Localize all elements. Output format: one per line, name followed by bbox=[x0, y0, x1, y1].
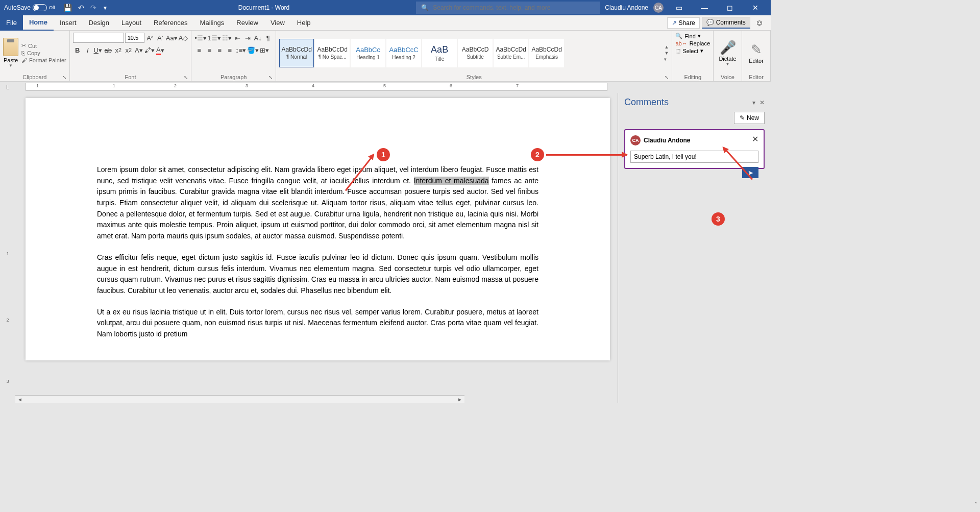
comments-options-icon[interactable]: ▾ bbox=[752, 99, 755, 106]
tab-design[interactable]: Design bbox=[83, 15, 115, 31]
style-item-heading-2[interactable]: AaBbCcCHeading 2 bbox=[386, 39, 421, 67]
autosave-toggle[interactable]: AutoSave Off bbox=[0, 4, 59, 11]
horizontal-scrollbar[interactable]: ◄► bbox=[15, 395, 464, 403]
tab-insert[interactable]: Insert bbox=[54, 15, 83, 31]
comment-delete-icon[interactable]: ✕ bbox=[752, 134, 758, 144]
style-item-title[interactable]: AaBTitle bbox=[422, 39, 457, 67]
format-painter-button[interactable]: 🖌Format Painter bbox=[21, 57, 66, 63]
ruler-corner[interactable]: L bbox=[0, 82, 15, 93]
scroll-left-icon[interactable]: ◄ bbox=[17, 397, 22, 402]
tab-file[interactable]: File bbox=[0, 15, 23, 31]
tab-help[interactable]: Help bbox=[291, 15, 317, 31]
highlight-icon[interactable]: 🖍▾ bbox=[144, 45, 155, 55]
find-button[interactable]: 🔍Find ▾ bbox=[675, 33, 700, 39]
style-item---no-spac---[interactable]: AaBbCcDd¶ No Spac... bbox=[315, 39, 350, 67]
shading-icon[interactable]: 🪣▾ bbox=[247, 45, 259, 55]
paste-button[interactable]: Paste ▼ bbox=[3, 38, 18, 68]
borders-icon[interactable]: ⊞▾ bbox=[260, 45, 269, 55]
close-icon[interactable]: ✕ bbox=[745, 4, 766, 12]
undo-icon[interactable]: ↶ bbox=[78, 4, 84, 12]
bullets-icon[interactable]: •☰▾ bbox=[194, 33, 207, 43]
tab-mailings[interactable]: Mailings bbox=[194, 15, 231, 31]
style-item-heading-1[interactable]: AaBbCcHeading 1 bbox=[351, 39, 385, 67]
font-name-input[interactable] bbox=[73, 33, 124, 43]
superscript-button[interactable]: x2 bbox=[124, 45, 133, 55]
line-spacing-icon[interactable]: ↕≡▾ bbox=[235, 45, 246, 55]
comments-close-icon[interactable]: ✕ bbox=[760, 99, 765, 106]
align-center-icon[interactable]: ≡ bbox=[205, 45, 214, 55]
subscript-button[interactable]: x2 bbox=[114, 45, 123, 55]
copy-button[interactable]: ⎘Copy bbox=[21, 50, 66, 56]
paragraph-launcher-icon[interactable]: ⤡ bbox=[268, 75, 273, 80]
search-box[interactable]: 🔍 bbox=[416, 2, 600, 14]
tab-references[interactable]: References bbox=[148, 15, 193, 31]
replace-button[interactable]: ab↔Replace bbox=[675, 40, 710, 46]
tab-home[interactable]: Home bbox=[23, 15, 54, 31]
style-item---normal[interactable]: AaBbCcDd¶ Normal bbox=[279, 39, 314, 67]
styles-launcher-icon[interactable]: ⤡ bbox=[665, 75, 669, 80]
dictate-button[interactable]: 🎤 Dictate ▼ bbox=[719, 40, 736, 66]
sort-icon[interactable]: A↓ bbox=[253, 33, 262, 43]
toggle-switch[interactable] bbox=[33, 4, 47, 11]
maximize-icon[interactable]: ◻ bbox=[720, 4, 740, 12]
editor-label: Editor bbox=[749, 58, 764, 64]
bold-button[interactable]: B bbox=[73, 45, 82, 55]
tab-review[interactable]: Review bbox=[230, 15, 264, 31]
increase-indent-icon[interactable]: ⇥ bbox=[243, 33, 252, 43]
multilevel-list-icon[interactable]: ☷▾ bbox=[222, 33, 232, 43]
clear-formatting-icon[interactable]: A◇ bbox=[179, 33, 188, 43]
cut-button[interactable]: ✂Cut bbox=[21, 42, 66, 49]
text-effects-icon[interactable]: A▾ bbox=[134, 45, 143, 55]
decrease-indent-icon[interactable]: ⇤ bbox=[233, 33, 242, 43]
vertical-ruler[interactable]: 123 bbox=[0, 93, 15, 403]
customize-qat-icon[interactable]: ▼ bbox=[103, 5, 108, 11]
new-comment-button[interactable]: ✎New bbox=[734, 112, 765, 124]
redo-icon[interactable]: ↷ bbox=[90, 4, 96, 12]
justify-icon[interactable]: ≡ bbox=[225, 45, 234, 55]
style-item-emphasis[interactable]: AaBbCcDdEmphasis bbox=[529, 39, 564, 67]
font-size-input[interactable] bbox=[125, 33, 144, 43]
feedback-icon[interactable]: ☺ bbox=[752, 18, 767, 28]
minimize-icon[interactable]: — bbox=[694, 4, 715, 12]
share-button[interactable]: ↗Share bbox=[667, 17, 700, 29]
font-launcher-icon[interactable]: ⤡ bbox=[184, 75, 188, 80]
highlighted-text[interactable]: Interdum et malesuada bbox=[414, 177, 489, 185]
clipboard-launcher-icon[interactable]: ⤡ bbox=[62, 75, 66, 80]
comment-text-input[interactable] bbox=[630, 151, 758, 163]
style-item-subtitle[interactable]: AaBbCcDSubtitle bbox=[458, 39, 493, 67]
underline-button[interactable]: U▾ bbox=[93, 45, 103, 55]
tab-view[interactable]: View bbox=[264, 15, 291, 31]
paragraph-2[interactable]: Cras efficitur felis neque, eget dictum … bbox=[97, 252, 538, 297]
align-right-icon[interactable]: ≡ bbox=[215, 45, 224, 55]
ribbon-display-icon[interactable]: ▭ bbox=[669, 4, 689, 12]
paste-dropdown-icon[interactable]: ▼ bbox=[3, 63, 18, 68]
editor-button[interactable]: ✎ Editor bbox=[749, 42, 764, 64]
search-input[interactable] bbox=[433, 4, 595, 11]
select-button[interactable]: ⬚Select ▾ bbox=[675, 47, 703, 54]
tab-layout[interactable]: Layout bbox=[115, 15, 148, 31]
scroll-right-icon[interactable]: ► bbox=[457, 397, 462, 402]
document-area[interactable]: Lorem ipsum dolor sit amet, consectetur … bbox=[15, 93, 618, 403]
numbering-icon[interactable]: 1☰▾ bbox=[208, 33, 221, 43]
font-color-icon[interactable]: A▾ bbox=[156, 45, 165, 55]
italic-button[interactable]: I bbox=[83, 45, 92, 55]
document-body[interactable]: Lorem ipsum dolor sit amet, consectetur … bbox=[97, 164, 538, 340]
paragraph-3[interactable]: Ut a ex eu risus lacinia tristique ut in… bbox=[97, 307, 538, 340]
style-item-subtle-em---[interactable]: AaBbCcDdSubtle Em... bbox=[494, 39, 528, 67]
horizontal-ruler[interactable]: 11234567 bbox=[26, 83, 607, 91]
align-left-icon[interactable]: ≡ bbox=[194, 45, 204, 55]
increase-font-icon[interactable]: A^ bbox=[145, 33, 155, 43]
decrease-font-icon[interactable]: Aˇ bbox=[156, 33, 165, 43]
styles-scroll-down-icon[interactable]: ▼ bbox=[664, 51, 669, 56]
user-name[interactable]: Claudiu Andone bbox=[605, 4, 648, 11]
user-avatar[interactable]: CA bbox=[653, 3, 664, 13]
comment-card[interactable]: CA Claudiu Andone ✕ ➤ bbox=[624, 129, 765, 169]
styles-scroll-up-icon[interactable]: ▲ bbox=[664, 44, 669, 50]
styles-more-icon[interactable]: ▾ bbox=[664, 57, 669, 62]
paragraph-1[interactable]: Lorem ipsum dolor sit amet, consectetur … bbox=[97, 164, 538, 242]
save-icon[interactable]: 💾 bbox=[63, 4, 72, 12]
strikethrough-button[interactable]: ab bbox=[104, 45, 113, 55]
comments-button[interactable]: 💬Comments bbox=[702, 17, 750, 29]
change-case-icon[interactable]: Aa▾ bbox=[166, 33, 178, 43]
show-marks-icon[interactable]: ¶ bbox=[263, 33, 273, 43]
